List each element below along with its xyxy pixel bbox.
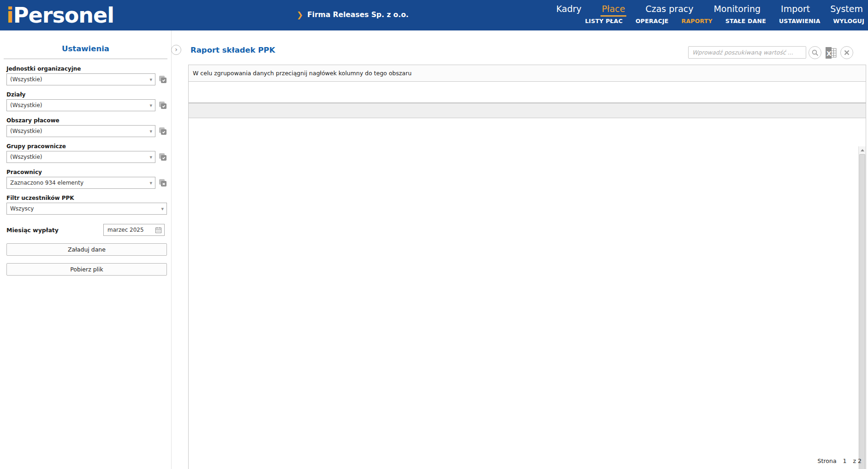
field-label: Grupy pracownicze: [6, 143, 165, 150]
subnav-item-ustawienia[interactable]: USTAWIENIA: [779, 18, 820, 24]
sidebar-collapse-button[interactable]: ›: [171, 45, 181, 55]
obszary-placowe-select[interactable]: (Wszystkie)▾: [6, 125, 155, 137]
month-field-label: Miesiąc wypłaty: [6, 227, 59, 234]
download-file-button[interactable]: Pobierz plik: [6, 263, 167, 276]
chevron-down-icon: ▾: [149, 180, 152, 186]
select-all-icon[interactable]: [158, 126, 167, 136]
filter-field-pracownicy: PracownicyZaznaczono 934 elementy▾: [0, 169, 171, 189]
select-all-icon[interactable]: [158, 101, 167, 110]
scroll-up-button[interactable]: [859, 146, 866, 154]
page-status-of: z 2: [853, 457, 862, 464]
calendar-icon[interactable]: [155, 227, 161, 233]
sub-nav: LISTY PŁACOPERACJERAPORTYSTAŁE DANEUSTAW…: [585, 18, 864, 24]
field-label: Obszary płacowe: [6, 117, 165, 124]
search-input[interactable]: [688, 46, 806, 59]
company-arrow-icon: ❯: [297, 10, 303, 19]
filter-field-grupy-pracownicze: Grupy pracownicze(Wszystkie)▾: [0, 143, 171, 163]
subnav-item-operacje[interactable]: OPERACJE: [636, 18, 669, 24]
grid-header-row: [189, 82, 866, 103]
top-bar: iPersonel ❯ Firma Releases Sp. z o.o. Ka…: [0, 0, 868, 30]
chevron-down-icon: ▾: [161, 206, 164, 212]
subnav-item-raporty[interactable]: RAPORTY: [682, 18, 713, 24]
chevron-down-icon: ▾: [149, 77, 152, 83]
nav-item-kadry[interactable]: Kadry: [555, 3, 583, 17]
page-title: Raport składek PPK: [190, 46, 275, 54]
close-icon: [844, 50, 850, 55]
nav-item-place[interactable]: Płace: [600, 3, 627, 17]
vertical-scrollbar[interactable]: [858, 146, 866, 469]
main-nav: KadryPłaceCzas pracyMonitoringImportSyst…: [555, 3, 864, 17]
sidebar-title: Ustawienia: [0, 44, 171, 53]
month-field-row: Miesiąc wypłaty marzec 2025: [6, 224, 165, 236]
filter-field-filtr-uczestnikow-ppk: Filtr uczestników PPKWszyscy▾: [0, 195, 171, 215]
company-block: ❯ Firma Releases Sp. z o.o.: [297, 10, 409, 19]
filter-field-jednostki-organizacyjne: Jednostki organizacyjne(Wszystkie)▾: [0, 66, 171, 85]
field-label: Filtr uczestników PPK: [6, 195, 165, 201]
search-button[interactable]: [809, 46, 821, 59]
field-label: Pracownicy: [6, 169, 165, 175]
settings-sidebar: Ustawienia Jednostki organizacyjne(Wszys…: [0, 30, 172, 469]
filtr-uczestnikow-ppk-select[interactable]: Wszyscy▾: [6, 203, 167, 215]
logo-accent: i: [6, 3, 13, 28]
nav-item-czas-pracy[interactable]: Czas pracy: [644, 3, 695, 17]
select-all-icon[interactable]: [158, 75, 167, 84]
select-all-icon[interactable]: [158, 152, 167, 162]
grid-summary-row: [189, 103, 866, 118]
company-name: Firma Releases Sp. z o.o.: [307, 11, 409, 19]
filter-field-obszary-placowe: Obszary płacowe(Wszystkie)▾: [0, 117, 171, 137]
close-report-button[interactable]: [840, 46, 853, 59]
field-label: Działy: [6, 91, 165, 98]
grupy-pracownicze-select[interactable]: (Wszystkie)▾: [6, 151, 155, 163]
pracownicy-select[interactable]: Zaznaczono 934 elementy▾: [6, 177, 155, 189]
pager-bar: [188, 449, 866, 469]
subnav-item-wyloguj[interactable]: WYLOGUJ: [833, 18, 864, 24]
ppk-report-grid: W celu zgrupowania danych przeciągnij na…: [188, 65, 866, 469]
page-status: Strona 1 z 2: [818, 457, 862, 464]
svg-text:X: X: [826, 50, 832, 57]
scrollbar-thumb[interactable]: [859, 154, 865, 469]
nav-item-system[interactable]: System: [829, 3, 864, 17]
chevron-down-icon: ▾: [149, 128, 152, 134]
nav-item-import[interactable]: Import: [779, 3, 811, 17]
sidebar-fields: Jednostki organizacyjne(Wszystkie)▾Dział…: [0, 59, 171, 215]
excel-export-button[interactable]: X: [825, 47, 837, 59]
jednostki-organizacyjne-select[interactable]: (Wszystkie)▾: [6, 73, 155, 85]
field-label: Jednostki organizacyjne: [6, 66, 165, 72]
logo-text: Personel: [13, 3, 114, 28]
group-by-panel[interactable]: W celu zgrupowania danych przeciągnij na…: [189, 65, 866, 82]
payout-month-input[interactable]: marzec 2025: [103, 224, 165, 236]
chevron-down-icon: ▾: [149, 102, 152, 108]
page-status-label: Strona: [818, 457, 837, 464]
search-icon: [812, 49, 819, 56]
dzialy-select[interactable]: (Wszystkie)▾: [6, 99, 155, 111]
page-status-current: 1: [843, 457, 847, 464]
filter-field-dzialy: Działy(Wszystkie)▾: [0, 91, 171, 111]
subnav-item-listy-plac[interactable]: LISTY PŁAC: [585, 18, 623, 24]
app-logo[interactable]: iPersonel: [6, 3, 114, 28]
nav-item-monitoring[interactable]: Monitoring: [712, 3, 762, 17]
excel-icon: X: [825, 47, 837, 59]
load-data-button[interactable]: Załaduj dane: [6, 243, 167, 256]
deselect-all-icon[interactable]: [158, 178, 167, 187]
chevron-down-icon: ▾: [149, 154, 152, 160]
subnav-item-stale-dane[interactable]: STAŁE DANE: [725, 18, 766, 24]
